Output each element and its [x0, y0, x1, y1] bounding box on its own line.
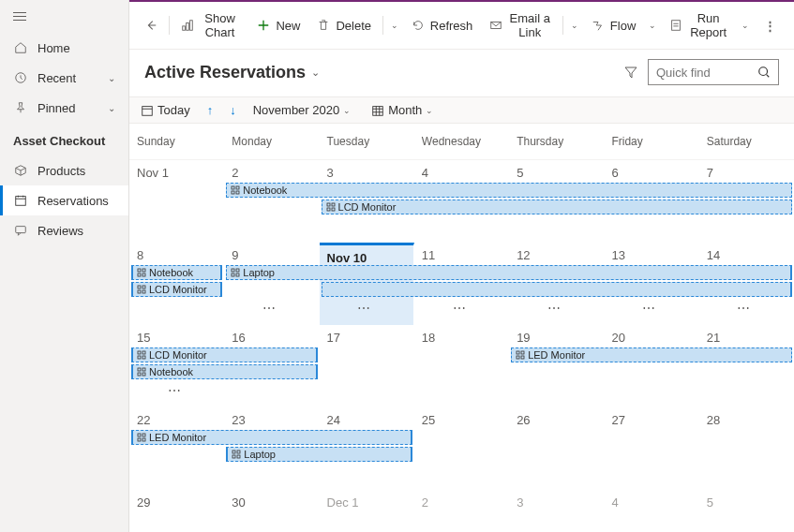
report-chevron[interactable]: ⌄ — [738, 21, 753, 30]
flow-chevron[interactable]: ⌄ — [645, 21, 660, 30]
svg-rect-30 — [142, 290, 145, 293]
cmd-label: Show Chart — [200, 11, 241, 39]
calendar-day[interactable]: 22 — [129, 407, 224, 490]
event-title: LCD Monitor — [149, 349, 207, 361]
search-box[interactable] — [648, 59, 779, 85]
reservation-event[interactable]: LED Monitor — [131, 430, 412, 445]
delete-button[interactable]: Delete — [309, 13, 379, 38]
calendar-day[interactable]: 3 — [509, 490, 604, 532]
cmd-label: Flow — [610, 19, 636, 33]
more-events-indicator[interactable]: ⋯ — [642, 301, 657, 316]
flow-button[interactable]: Flow — [584, 13, 643, 38]
search-input[interactable] — [656, 66, 757, 80]
new-button[interactable]: New — [249, 13, 307, 38]
calendar-today-icon — [141, 104, 154, 117]
weekday-header: Monday — [224, 124, 319, 159]
reservation-event[interactable]: Notebook — [131, 364, 318, 379]
more-events-indicator[interactable]: ⋯ — [547, 301, 562, 316]
calendar-day[interactable]: Nov 1 — [129, 160, 224, 243]
view-selector-chevron[interactable]: ⌄ — [311, 66, 320, 79]
reservation-event[interactable]: Laptop — [226, 447, 412, 462]
email-link-button[interactable]: Email a Link — [482, 6, 559, 45]
calendar-day[interactable]: 26 — [509, 407, 604, 490]
more-events-indicator[interactable]: ⋯ — [737, 301, 752, 316]
svg-rect-12 — [236, 186, 239, 189]
cmd-label: Email a Link — [508, 11, 551, 39]
calendar-day[interactable]: 25 — [414, 407, 509, 490]
svg-rect-46 — [142, 438, 145, 441]
calendar-day[interactable]: 29 — [129, 490, 224, 532]
overflow-button[interactable]: ⋮ — [755, 13, 787, 38]
day-number: 16 — [224, 325, 318, 347]
svg-rect-36 — [142, 368, 145, 371]
more-events-indicator[interactable]: ⋯ — [168, 383, 183, 398]
more-events-indicator[interactable]: ⋯ — [453, 301, 468, 316]
calendar-day[interactable]: 17 — [320, 325, 414, 407]
day-number: 5 — [509, 160, 603, 182]
reservation-event[interactable] — [322, 282, 792, 297]
calendar-day[interactable]: 2 — [224, 160, 319, 243]
calendar-day[interactable]: 28 — [699, 407, 794, 490]
month-picker[interactable]: November 2020 ⌄ — [253, 103, 352, 117]
svg-rect-15 — [327, 203, 330, 206]
mail-icon — [489, 19, 502, 32]
calendar-day[interactable]: 5 — [699, 490, 794, 532]
nav-recent[interactable]: Recent ⌄ — [0, 63, 128, 93]
today-button[interactable]: Today — [141, 103, 190, 117]
filter-icon[interactable] — [623, 65, 638, 80]
view-mode-picker[interactable]: Month ⌄ — [371, 103, 433, 117]
day-number: 11 — [414, 243, 508, 264]
svg-rect-9 — [142, 106, 153, 115]
view-title: Active Reservations — [144, 63, 306, 82]
calendar-day[interactable]: 18 — [414, 325, 509, 407]
calendar-day[interactable]: 30 — [224, 490, 319, 532]
day-number: 30 — [224, 490, 318, 511]
prev-arrow[interactable]: ↑ — [207, 103, 214, 117]
nav-reviews[interactable]: Reviews — [0, 215, 128, 245]
calendar-day[interactable]: 2 — [414, 490, 509, 532]
refresh-button[interactable]: Refresh — [404, 13, 481, 38]
day-number: 29 — [129, 490, 223, 511]
refresh-icon — [412, 19, 425, 32]
weekday-header: Thursday — [509, 124, 604, 159]
more-events-indicator[interactable]: ⋯ — [357, 301, 372, 316]
reservation-event[interactable]: Laptop — [226, 265, 792, 280]
nav-home[interactable]: Home — [0, 33, 128, 63]
reservation-event[interactable]: LED Monitor — [511, 347, 792, 362]
reservation-event[interactable]: LCD Monitor — [322, 200, 792, 214]
calendar-day[interactable]: 20 — [604, 325, 698, 407]
email-split-chevron[interactable]: ⌄ — [567, 21, 582, 30]
calendar-day[interactable]: 4 — [604, 490, 698, 532]
svg-rect-16 — [332, 203, 335, 206]
nav-products[interactable]: Products — [0, 155, 128, 185]
svg-rect-27 — [138, 286, 141, 288]
nav-label: Home — [37, 41, 70, 55]
day-number: 8 — [129, 243, 223, 264]
reservation-event[interactable]: LCD Monitor — [131, 347, 318, 362]
more-events-indicator[interactable]: ⋯ — [262, 301, 277, 316]
search-icon[interactable] — [757, 66, 771, 79]
svg-rect-25 — [232, 273, 234, 276]
calendar-day[interactable]: Dec 1 — [320, 490, 414, 532]
calendar-day[interactable]: 27 — [604, 407, 698, 490]
calendar-day[interactable]: 21 — [699, 325, 794, 407]
svg-rect-2 — [16, 227, 26, 233]
reservation-event[interactable]: LCD Monitor — [131, 282, 222, 297]
hamburger-button[interactable] — [0, 0, 128, 33]
reservation-event[interactable]: Notebook — [226, 183, 792, 198]
next-arrow[interactable]: ↓ — [230, 103, 236, 117]
run-report-button[interactable]: Run Report — [662, 6, 736, 45]
show-chart-button[interactable]: Show Chart — [173, 6, 248, 45]
day-number: 2 — [224, 160, 318, 182]
reservation-event[interactable]: Notebook — [131, 265, 222, 280]
back-button[interactable] — [137, 13, 165, 37]
calendar-day[interactable]: 19 — [509, 325, 604, 407]
calendar-icon — [13, 193, 28, 208]
trash-icon — [317, 19, 330, 32]
nav-pinned[interactable]: Pinned ⌄ — [0, 93, 128, 123]
nav-reservations[interactable]: Reservations — [0, 185, 128, 215]
svg-rect-42 — [521, 356, 524, 359]
delete-split-chevron[interactable]: ⌄ — [387, 21, 402, 30]
event-type-icon — [137, 350, 146, 360]
event-type-icon — [231, 268, 240, 277]
